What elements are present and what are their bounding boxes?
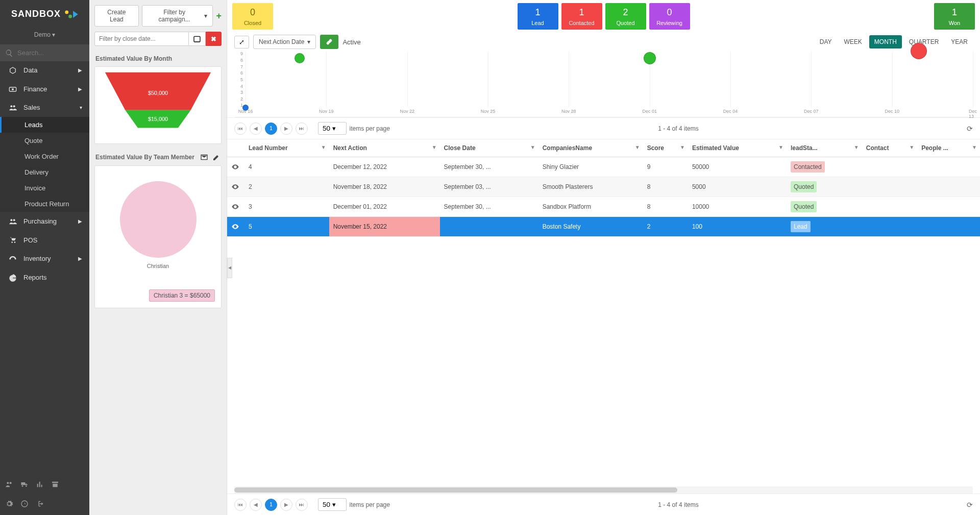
expand-chart-button[interactable]: ⤢ — [234, 36, 249, 48]
mail-icon[interactable] — [200, 153, 208, 161]
filter-icon[interactable]: ▼ — [321, 144, 326, 150]
expand-icon: ⤢ — [239, 38, 244, 46]
logout-icon[interactable] — [36, 499, 44, 508]
filter-icon[interactable]: ▼ — [909, 144, 914, 150]
tab-day[interactable]: DAY — [815, 35, 837, 48]
view-icon[interactable] — [231, 223, 239, 230]
tab-week[interactable]: WEEK — [839, 35, 867, 48]
tab-month[interactable]: MONTH — [869, 35, 902, 48]
sidebar-item-leads[interactable]: Leads — [0, 117, 89, 133]
horizontal-scrollbar[interactable] — [234, 486, 973, 494]
svg-rect-16 — [194, 37, 200, 42]
filter-icon[interactable]: ▼ — [680, 144, 685, 150]
col-lead-status[interactable]: leadSta...▼ — [787, 139, 862, 157]
col-contact[interactable]: Contact▼ — [862, 139, 917, 157]
pager-prev[interactable]: ◀ — [250, 499, 262, 511]
pager-page[interactable]: 1 — [265, 499, 277, 511]
filter-icon[interactable]: ▼ — [635, 144, 640, 150]
nav-data[interactable]: Data▶ — [0, 61, 89, 80]
nav-pos[interactable]: POS — [0, 231, 89, 250]
chart-bubble[interactable] — [295, 53, 305, 63]
cell-next-action: December 01, 2022 — [329, 197, 440, 217]
sidebar-item-delivery[interactable]: Delivery — [0, 164, 89, 180]
sidebar-item-product-return[interactable]: Product Return — [0, 196, 89, 212]
scrollbar-thumb[interactable] — [234, 487, 677, 493]
tab-year[interactable]: YEAR — [946, 35, 973, 48]
nav-label: Sales — [23, 104, 40, 111]
col-est-value[interactable]: Estimated Value▼ — [688, 139, 787, 157]
clear-filter-button[interactable]: ✖ — [206, 32, 222, 46]
col-people[interactable]: People ...▼ — [917, 139, 980, 157]
view-icon[interactable] — [231, 183, 239, 190]
truck-icon[interactable] — [20, 479, 29, 488]
users-icon[interactable] — [5, 479, 13, 488]
nav-finance[interactable]: Finance▶ — [0, 80, 89, 99]
pager-next[interactable]: ▶ — [280, 499, 292, 511]
create-lead-button[interactable]: Create Lead — [94, 5, 139, 27]
sidebar: SANDBOX Demo ▾ Data▶ Finance▶ — [0, 0, 89, 515]
nav-reports[interactable]: Reports — [0, 268, 89, 287]
clock-icon[interactable] — [20, 499, 29, 508]
nav-sales[interactable]: Sales▾ — [0, 99, 89, 117]
filter-icon[interactable]: ▼ — [972, 144, 977, 150]
sidebar-item-work-order[interactable]: Work Order — [0, 149, 89, 164]
table-row[interactable]: 2November 18, 2022September 03, ...Smoot… — [227, 177, 980, 197]
view-icon[interactable] — [231, 203, 239, 210]
pager-last[interactable]: ⏭ — [296, 122, 308, 135]
table-row[interactable]: 3December 01, 2022September 30, ...Sandb… — [227, 197, 980, 217]
page-size-select[interactable]: 50 ▾ — [318, 122, 347, 135]
filter-icon[interactable]: ▼ — [530, 144, 535, 150]
filter-campaign-dropdown[interactable]: Filter by campaign... ▾ — [142, 5, 213, 27]
pencil-icon[interactable] — [212, 153, 220, 161]
cell-company: Boston Safety — [538, 217, 643, 237]
col-close-date[interactable]: Close Date▼ — [440, 139, 538, 157]
status-closed[interactable]: 0Closed — [232, 3, 273, 30]
nav-sales-sub: Leads Quote Work Order Delivery Invoice … — [0, 117, 89, 212]
status-reviewing[interactable]: 0Reviewing — [649, 3, 690, 30]
col-next-action[interactable]: Next Action▼ — [329, 139, 440, 157]
view-icon[interactable] — [231, 163, 239, 170]
chart-bubble[interactable] — [644, 52, 656, 64]
pager-first[interactable]: ⏮ — [234, 122, 247, 135]
nav-inventory[interactable]: Inventory▶ — [0, 249, 89, 268]
status-contacted[interactable]: 1Contacted — [561, 3, 602, 30]
link-toggle-button[interactable] — [320, 35, 338, 49]
tenant-selector[interactable]: Demo ▾ — [0, 28, 89, 44]
archive-icon[interactable] — [51, 479, 59, 488]
filter-icon[interactable]: ▼ — [854, 144, 859, 150]
chart-icon[interactable] — [36, 479, 44, 488]
pager-prev[interactable]: ◀ — [250, 122, 262, 135]
filter-icon[interactable]: ▼ — [778, 144, 783, 150]
sidebar-item-quote[interactable]: Quote — [0, 133, 89, 149]
chart-field-dropdown[interactable]: Next Action Date ▾ — [253, 35, 316, 49]
pie-icon — [7, 273, 18, 282]
col-companies[interactable]: CompaniesName▼ — [538, 139, 643, 157]
table-row[interactable]: 4December 12, 2022September 30, ...Shiny… — [227, 157, 980, 177]
cell-status: Lead — [787, 217, 862, 237]
pager-last[interactable]: ⏭ — [296, 499, 308, 511]
pager-next[interactable]: ▶ — [280, 122, 292, 135]
refresh-button[interactable]: ⟳ — [967, 501, 973, 509]
status-quoted[interactable]: 2Quoted — [605, 3, 646, 30]
chart-bubble[interactable] — [911, 43, 927, 59]
pager-page[interactable]: 1 — [265, 122, 277, 135]
col-lead-number[interactable]: Lead Number▼ — [244, 139, 329, 157]
refresh-button[interactable]: ⟳ — [967, 125, 973, 133]
status-lead[interactable]: 1Lead — [518, 3, 558, 30]
nav-purchasing[interactable]: Purchasing▶ — [0, 212, 89, 231]
gear-icon[interactable] — [5, 499, 13, 508]
cell-lead-number: 2 — [244, 177, 329, 197]
collapse-panel-handle[interactable]: ◀ — [227, 258, 232, 278]
calendar-button[interactable] — [189, 32, 206, 46]
money-icon — [7, 85, 18, 93]
add-button[interactable]: + — [216, 11, 222, 21]
status-won[interactable]: 1Won — [934, 3, 975, 30]
col-score[interactable]: Score▼ — [643, 139, 688, 157]
filter-close-date-input[interactable] — [94, 32, 189, 46]
pager-first[interactable]: ⏮ — [234, 499, 247, 511]
table-row[interactable]: 5November 15, 2022Boston Safety2100Lead — [227, 217, 980, 237]
filter-icon[interactable]: ▼ — [432, 144, 437, 150]
global-search[interactable] — [0, 44, 89, 61]
page-size-select[interactable]: 50 ▾ — [318, 498, 347, 511]
sidebar-item-invoice[interactable]: Invoice — [0, 180, 89, 196]
